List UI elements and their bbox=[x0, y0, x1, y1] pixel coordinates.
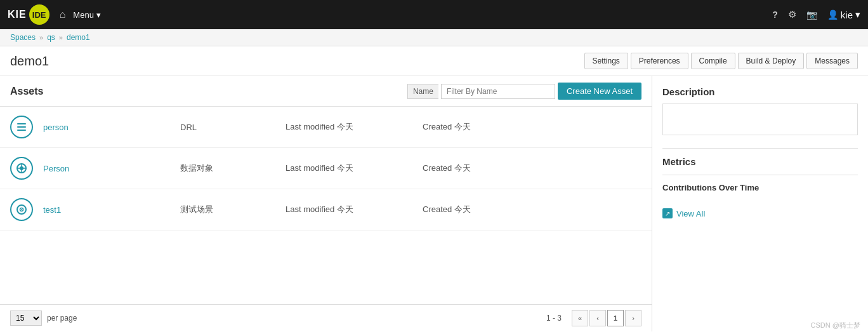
sidebar-divider bbox=[662, 148, 858, 149]
ide-badge: IDE bbox=[29, 4, 49, 25]
project-header: demo1 Settings Preferences Compile Build… bbox=[0, 46, 868, 76]
metrics-divider bbox=[662, 175, 858, 175]
svg-point-9 bbox=[21, 209, 22, 210]
first-page-button[interactable]: « bbox=[572, 310, 588, 326]
description-title: Description bbox=[662, 86, 858, 97]
user-label: kie bbox=[841, 10, 853, 20]
main-layout: Assets Name Create New Asset person DRL bbox=[0, 76, 868, 331]
metrics-title: Metrics bbox=[662, 156, 858, 167]
table-row: person DRL Last modified 今天 Created 今天 bbox=[0, 107, 652, 148]
menu-label: Menu bbox=[73, 10, 94, 20]
navbar-right: ? ⚙ 📷 👤 kie ▾ bbox=[772, 9, 860, 20]
breadcrumb: Spaces » qs » demo1 bbox=[0, 29, 868, 46]
page-navigation: « ‹ 1 › bbox=[572, 310, 641, 326]
per-page-label: per page bbox=[47, 314, 77, 323]
settings-icon[interactable]: ⚙ bbox=[788, 9, 796, 20]
assets-filter: Name Create New Asset bbox=[407, 83, 641, 100]
breadcrumb-spaces[interactable]: Spaces bbox=[10, 33, 36, 42]
asset-type: 测试场景 bbox=[180, 204, 275, 215]
assets-panel: Assets Name Create New Asset person DRL bbox=[0, 76, 652, 331]
navbar: KIE IDE ⌂ Menu ▾ ? ⚙ 📷 👤 kie ▾ bbox=[0, 0, 868, 29]
view-all-link[interactable]: ↗ View All bbox=[662, 208, 858, 218]
home-icon[interactable]: ⌂ bbox=[60, 9, 66, 20]
table-row: test1 测试场景 Last modified 今天 Created 今天 bbox=[0, 189, 652, 230]
page-title: demo1 bbox=[10, 54, 49, 69]
help-icon[interactable]: ? bbox=[772, 10, 778, 20]
brand: KIE IDE bbox=[8, 4, 49, 25]
menu-arrow-icon: ▾ bbox=[96, 10, 101, 20]
asset-list: person DRL Last modified 今天 Created 今天 P… bbox=[0, 107, 652, 304]
user-arrow-icon: ▾ bbox=[855, 9, 860, 20]
next-page-button[interactable]: › bbox=[625, 310, 641, 326]
menu-dropdown[interactable]: Menu ▾ bbox=[73, 10, 101, 20]
asset-icon-test bbox=[10, 198, 33, 221]
breadcrumb-demo1[interactable]: demo1 bbox=[67, 33, 90, 42]
table-row: Person 数据对象 Last modified 今天 Created 今天 bbox=[0, 148, 652, 189]
filter-label: Name bbox=[407, 84, 438, 99]
contributions-label: Contributions Over Time bbox=[662, 183, 858, 192]
view-all-label: View All bbox=[676, 209, 705, 218]
asset-modified: Last modified 今天 bbox=[286, 163, 412, 174]
search-input[interactable] bbox=[441, 84, 555, 99]
prev-page-button[interactable]: ‹ bbox=[589, 310, 606, 326]
current-page-button[interactable]: 1 bbox=[607, 310, 624, 326]
per-page-select[interactable]: 5 10 15 20 50 bbox=[10, 311, 42, 326]
messages-button[interactable]: Messages bbox=[806, 53, 858, 69]
breadcrumb-sep2: » bbox=[59, 34, 63, 41]
asset-name[interactable]: person bbox=[43, 123, 170, 132]
description-box bbox=[662, 104, 858, 135]
camera-icon[interactable]: 📷 bbox=[806, 10, 817, 20]
asset-icon-drl bbox=[10, 116, 33, 138]
asset-modified: Last modified 今天 bbox=[286, 204, 412, 215]
asset-icon-data bbox=[10, 157, 33, 180]
asset-type: DRL bbox=[180, 123, 275, 132]
settings-button[interactable]: Settings bbox=[584, 53, 628, 69]
view-all-icon: ↗ bbox=[662, 208, 673, 218]
asset-created: Created 今天 bbox=[423, 163, 641, 174]
user-icon: 👤 bbox=[827, 10, 838, 20]
page-range: 1 - 3 bbox=[546, 314, 562, 323]
asset-name[interactable]: Person bbox=[43, 164, 170, 173]
create-new-asset-button[interactable]: Create New Asset bbox=[558, 83, 641, 100]
pagination: 5 10 15 20 50 per page 1 - 3 « ‹ 1 › bbox=[0, 304, 652, 331]
user-menu[interactable]: 👤 kie ▾ bbox=[827, 9, 860, 20]
breadcrumb-sep1: » bbox=[39, 34, 43, 41]
svg-rect-1 bbox=[17, 126, 26, 128]
metrics-section: Metrics Contributions Over Time ↗ View A… bbox=[662, 156, 858, 218]
svg-rect-2 bbox=[17, 130, 26, 131]
assets-header: Assets Name Create New Asset bbox=[0, 76, 652, 107]
asset-type: 数据对象 bbox=[180, 163, 275, 174]
toolbar-buttons: Settings Preferences Compile Build & Dep… bbox=[584, 53, 858, 69]
assets-title: Assets bbox=[10, 86, 43, 97]
kie-logo: KIE bbox=[8, 9, 27, 20]
compile-button[interactable]: Compile bbox=[691, 53, 735, 69]
svg-rect-0 bbox=[17, 123, 26, 124]
asset-name[interactable]: test1 bbox=[43, 205, 170, 215]
asset-created: Created 今天 bbox=[423, 121, 641, 133]
preferences-button[interactable]: Preferences bbox=[631, 53, 688, 69]
build-deploy-button[interactable]: Build & Deploy bbox=[738, 53, 805, 69]
breadcrumb-qs[interactable]: qs bbox=[47, 33, 55, 42]
asset-created: Created 今天 bbox=[423, 204, 641, 215]
asset-modified: Last modified 今天 bbox=[286, 121, 412, 133]
right-sidebar: Description Metrics Contributions Over T… bbox=[652, 76, 868, 331]
footer-watermark: CSDN @骑士梦 bbox=[811, 321, 860, 330]
